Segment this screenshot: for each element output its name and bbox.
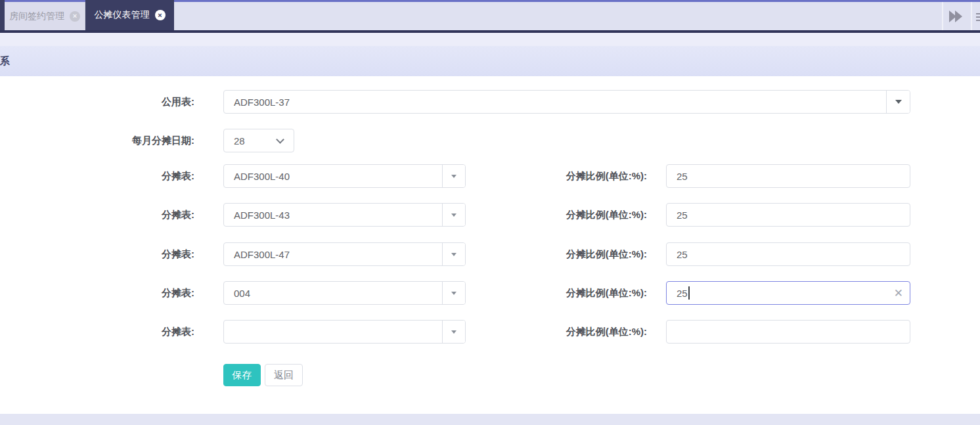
tab-label: 公摊仪表管理 — [95, 9, 150, 21]
share-meter-label: 分摊表: — [0, 242, 194, 266]
footer-band — [0, 414, 980, 425]
ratio-label: 分摊比例(单位:%): — [460, 320, 647, 344]
share-meter-label: 分摊表: — [0, 281, 194, 305]
divider — [942, 2, 943, 30]
share-meter-value: ADF300L-43 — [224, 210, 290, 221]
share-date-value: 28 — [224, 135, 245, 146]
share-meter-label: 分摊表: — [0, 164, 194, 188]
chevron-down-icon — [276, 135, 284, 144]
public-meter-label: 公用表: — [0, 90, 194, 114]
share-meter-label: 分摊表: — [0, 320, 194, 344]
share-meter-value: 004 — [224, 288, 250, 299]
tab-room-contract[interactable]: 房间签约管理 × — [5, 2, 85, 30]
share-meter-value: ADF300L-40 — [224, 171, 290, 182]
ratio-value: 25 — [667, 288, 688, 299]
caret-down-icon — [895, 100, 902, 104]
share-meter-combobox[interactable]: ADF300L-43 — [223, 203, 466, 227]
caret-down-icon — [451, 175, 457, 178]
ratio-input-focused[interactable]: 25 ✕ — [666, 281, 910, 305]
page-title-band: 关系 — [0, 46, 980, 76]
fast-forward-icon[interactable] — [949, 11, 966, 22]
ratio-label: 分摊比例(单位:%): — [460, 164, 647, 188]
menu-icon[interactable] — [976, 11, 980, 22]
close-icon[interactable]: × — [155, 10, 166, 20]
ratio-label: 分摊比例(单位:%): — [460, 242, 647, 266]
ratio-label: 分摊比例(单位:%): — [460, 281, 647, 305]
caret-down-icon — [451, 253, 457, 256]
caret-down-icon — [451, 213, 457, 217]
share-meter-combobox[interactable]: 004 — [223, 281, 466, 305]
ratio-value: 25 — [667, 210, 688, 221]
ratio-value: 25 — [667, 171, 688, 182]
ratio-value: 25 — [667, 249, 688, 260]
share-meter-combobox[interactable]: ADF300L-40 — [223, 164, 466, 188]
close-icon[interactable]: × — [70, 11, 80, 22]
app-window: 房间签约管理 × 公摊仪表管理 × 关系 公用表: ADF300L-37 每月分… — [0, 0, 980, 425]
dropdown-button[interactable] — [886, 91, 910, 113]
share-meter-combobox[interactable]: ADF300L-47 — [223, 242, 466, 266]
ratio-label: 分摊比例(单位:%): — [460, 203, 647, 227]
divider — [971, 2, 972, 30]
text-cursor — [688, 286, 690, 300]
ratio-input[interactable] — [666, 320, 910, 344]
sidebar-edge — [0, 0, 5, 30]
tab-bar: 房间签约管理 × 公摊仪表管理 × — [0, 0, 980, 33]
share-date-select[interactable]: 28 — [223, 129, 294, 152]
tab-label: 房间签约管理 — [9, 11, 64, 22]
save-button[interactable]: 保存 — [223, 364, 261, 386]
share-meter-label: 分摊表: — [0, 203, 194, 227]
page-title: 关系 — [0, 46, 10, 76]
public-meter-combobox[interactable]: ADF300L-37 — [223, 90, 910, 114]
toolbar-band — [0, 33, 980, 46]
share-meter-combobox[interactable] — [223, 320, 466, 344]
ratio-input[interactable]: 25 — [666, 164, 910, 188]
ratio-input[interactable]: 25 — [666, 203, 910, 227]
public-meter-value: ADF300L-37 — [224, 97, 290, 108]
caret-down-icon — [451, 292, 457, 295]
tab-shared-meter[interactable]: 公摊仪表管理 × — [85, 0, 174, 30]
ratio-input[interactable]: 25 — [666, 242, 910, 266]
back-button[interactable]: 返回 — [265, 364, 303, 386]
clear-icon[interactable]: ✕ — [894, 282, 903, 304]
caret-down-icon — [451, 330, 457, 334]
share-meter-value: ADF300L-47 — [224, 249, 290, 260]
share-date-label: 每月分摊日期: — [0, 129, 194, 152]
